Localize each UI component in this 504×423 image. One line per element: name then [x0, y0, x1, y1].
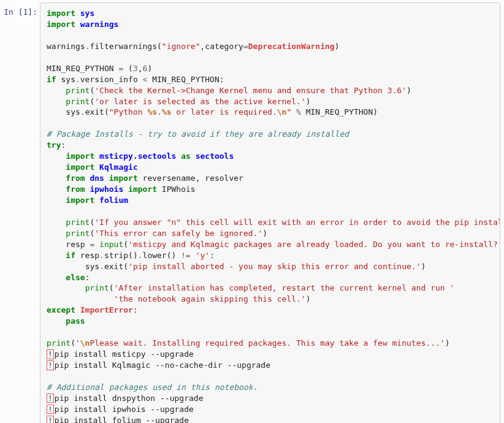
code-block: import sys import warnings warnings.filt… — [47, 8, 494, 423]
shell-bang-icon: ! — [47, 405, 54, 414]
shell-bang-icon: ! — [47, 416, 54, 423]
code-cell: In [1]: import sys import warnings warni… — [4, 2, 500, 423]
shell-bang-icon: ! — [47, 349, 54, 359]
shell-bang-icon: ! — [47, 360, 54, 370]
notebook: In [1]: import sys import warnings warni… — [0, 0, 504, 423]
shell-bang-icon: ! — [47, 394, 54, 403]
code-input-area[interactable]: import sys import warnings warnings.filt… — [40, 2, 500, 423]
input-prompt: In [1]: — [4, 2, 40, 17]
